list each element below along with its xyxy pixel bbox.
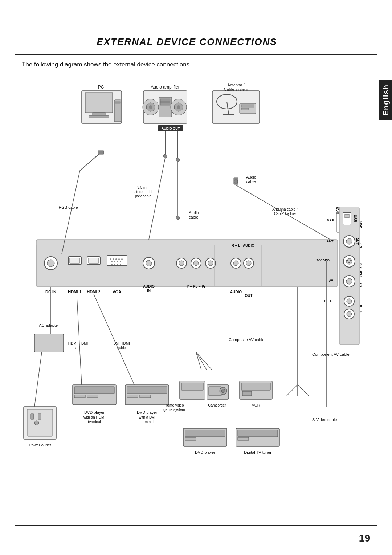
svg-text:Component AV cable: Component AV cable	[312, 352, 350, 356]
svg-text:USB: USB	[327, 218, 334, 221]
svg-point-75	[233, 261, 238, 266]
svg-text:Antenna cable /: Antenna cable /	[272, 207, 298, 211]
page-number: 19	[359, 532, 370, 544]
svg-point-33	[163, 154, 167, 158]
svg-text:HDMI-HDMI: HDMI-HDMI	[68, 342, 88, 346]
svg-text:S-VIDEO: S-VIDEO	[359, 263, 363, 277]
svg-point-56	[117, 261, 118, 262]
svg-line-183	[287, 385, 298, 396]
svg-text:ANT.: ANT.	[359, 243, 363, 250]
svg-text:OUT: OUT	[245, 294, 252, 298]
svg-text:AUDIO: AUDIO	[143, 285, 155, 289]
bottom-rule	[15, 525, 377, 526]
svg-text:AUDIO: AUDIO	[230, 290, 242, 294]
svg-text:ANT.: ANT.	[355, 237, 359, 245]
english-tab: English	[379, 80, 392, 120]
svg-text:HDMI 2: HDMI 2	[87, 290, 100, 294]
svg-point-134	[34, 421, 39, 425]
svg-text:AV: AV	[329, 279, 333, 282]
svg-text:USB: USB	[359, 221, 363, 229]
svg-text:ANT.: ANT.	[327, 240, 334, 243]
svg-point-49	[110, 258, 111, 260]
svg-point-92	[347, 260, 348, 261]
svg-text:game system: game system	[163, 408, 185, 412]
svg-rect-148	[127, 395, 138, 398]
svg-point-68	[179, 261, 184, 266]
svg-rect-31	[98, 151, 104, 154]
svg-rect-138	[74, 395, 85, 398]
svg-rect-176	[185, 437, 196, 440]
svg-line-158	[196, 352, 207, 370]
svg-text:Antenna /: Antenna /	[227, 83, 245, 87]
svg-point-52	[118, 258, 120, 260]
svg-rect-5	[115, 102, 120, 103]
svg-point-59	[114, 264, 115, 265]
svg-text:RGB cable: RGB cable	[58, 205, 78, 209]
svg-text:stereo mini: stereo mini	[135, 190, 152, 194]
svg-rect-180	[238, 437, 249, 440]
svg-point-120	[234, 180, 238, 183]
svg-rect-149	[140, 395, 151, 398]
svg-rect-131	[27, 409, 53, 436]
svg-text:R  –  L: R – L	[232, 244, 240, 248]
svg-rect-127	[34, 334, 64, 352]
svg-line-153	[94, 294, 134, 385]
svg-text:AUDIO: AUDIO	[243, 244, 254, 248]
svg-point-40	[47, 260, 54, 267]
svg-text:Cable TV line: Cable TV line	[274, 212, 296, 216]
connection-diagram: PC Audio amplifier Antenna / Cable syste…	[15, 80, 374, 526]
svg-text:Audio: Audio	[189, 211, 199, 215]
top-rule	[15, 54, 377, 55]
svg-rect-137	[74, 387, 114, 394]
svg-point-91	[346, 258, 352, 264]
svg-point-35	[176, 158, 180, 162]
svg-rect-12	[160, 102, 170, 105]
svg-rect-133	[38, 414, 41, 419]
svg-text:with an HDMI: with an HDMI	[83, 415, 105, 419]
svg-point-94	[348, 262, 350, 263]
svg-point-100	[347, 311, 352, 317]
svg-rect-3	[89, 115, 109, 117]
svg-text:Audio amplifier: Audio amplifier	[151, 85, 179, 90]
svg-text:Composite AV cable: Composite AV cable	[229, 338, 264, 342]
svg-text:USB: USB	[353, 215, 357, 222]
svg-point-61	[120, 264, 121, 265]
svg-point-58	[111, 264, 113, 265]
svg-text:AC adapter: AC adapter	[39, 323, 59, 327]
svg-rect-43	[70, 258, 80, 263]
svg-text:cable: cable	[189, 215, 198, 219]
svg-text:DVD player: DVD player	[195, 450, 216, 454]
subtitle-text: The following diagram shows the external…	[22, 61, 191, 68]
svg-rect-147	[127, 387, 167, 394]
svg-text:cable: cable	[117, 346, 126, 350]
svg-text:cable: cable	[74, 346, 82, 350]
svg-rect-84	[345, 214, 349, 218]
svg-text:DVI-HDMI: DVI-HDMI	[113, 342, 130, 346]
svg-text:Digital TV tuner: Digital TV tuner	[244, 450, 271, 454]
svg-rect-132	[31, 414, 34, 419]
svg-point-88	[346, 238, 352, 244]
svg-text:Home video: Home video	[164, 403, 184, 407]
page-title: EXTERNAL DEVICE CONNECTIONS	[0, 36, 374, 48]
svg-rect-172	[242, 391, 252, 396]
svg-rect-22	[241, 108, 249, 110]
svg-point-9	[149, 105, 152, 109]
svg-text:DVD player: DVD player	[84, 410, 105, 415]
svg-text:DVD player: DVD player	[137, 410, 158, 415]
svg-line-143	[77, 298, 82, 385]
svg-point-53	[121, 258, 123, 260]
svg-rect-1	[85, 93, 113, 113]
svg-text:HDMI 1: HDMI 1	[68, 290, 81, 294]
svg-point-93	[350, 260, 352, 261]
svg-point-96	[346, 278, 352, 284]
svg-text:VGA: VGA	[113, 290, 121, 294]
svg-point-77	[246, 261, 251, 266]
svg-text:jack cable: jack cable	[135, 194, 152, 198]
svg-text:R  –  L: R – L	[324, 299, 332, 303]
svg-point-57	[120, 261, 121, 262]
svg-point-64	[146, 260, 152, 266]
svg-point-72	[208, 261, 213, 266]
svg-line-30	[80, 152, 101, 171]
svg-point-98	[347, 299, 352, 304]
svg-rect-21	[241, 105, 254, 107]
